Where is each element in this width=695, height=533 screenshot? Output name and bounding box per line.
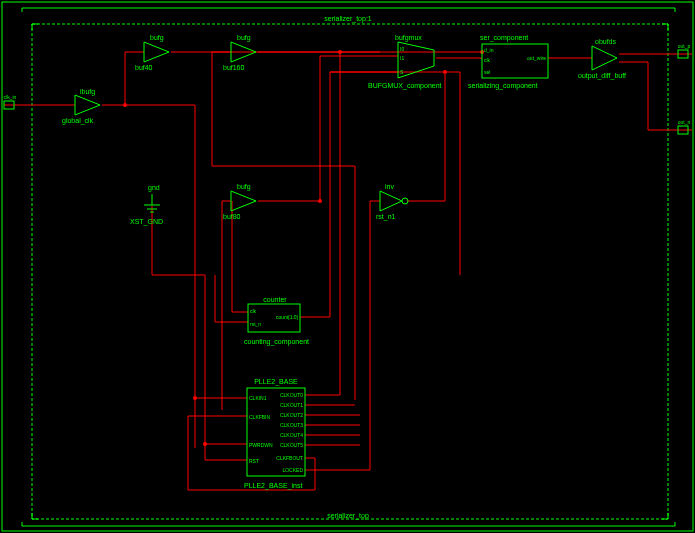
svg-text:out_n: out_n bbox=[678, 119, 691, 125]
obufds-component[interactable]: obufds output_diff_buff bbox=[578, 38, 626, 80]
svg-text:clk: clk bbox=[484, 57, 491, 63]
svg-text:obufds: obufds bbox=[595, 38, 617, 45]
svg-text:rst_n: rst_n bbox=[250, 321, 261, 327]
svg-text:CLKOUT1: CLKOUT1 bbox=[280, 402, 303, 408]
svg-text:inv: inv bbox=[385, 183, 394, 190]
svg-text:CLKOUT2: CLKOUT2 bbox=[280, 412, 303, 418]
svg-text:RST: RST bbox=[249, 458, 259, 464]
svg-text:counting_component: counting_component bbox=[244, 338, 309, 346]
svg-text:sel: sel bbox=[484, 69, 490, 75]
counter-component[interactable]: counter counting_component clk rst_n cou… bbox=[244, 296, 309, 346]
svg-point-50 bbox=[443, 70, 447, 74]
outer-bottom-bracket bbox=[22, 522, 675, 526]
svg-text:counter: counter bbox=[263, 296, 287, 303]
svg-text:output_diff_buff: output_diff_buff bbox=[578, 72, 626, 80]
svg-text:CLKOUT5: CLKOUT5 bbox=[280, 442, 303, 448]
svg-text:BUFGMUX_component: BUFGMUX_component bbox=[368, 82, 442, 90]
svg-text:LOCKED: LOCKED bbox=[282, 467, 303, 473]
svg-text:bufg: bufg bbox=[237, 183, 251, 191]
svg-text:buf80: buf80 bbox=[223, 213, 241, 220]
outer-top-bracket bbox=[22, 8, 675, 12]
svg-text:rst_n1: rst_n1 bbox=[376, 213, 396, 221]
svg-point-30 bbox=[203, 442, 207, 446]
svg-text:global_clk: global_clk bbox=[62, 117, 94, 125]
svg-text:CLKIN1: CLKIN1 bbox=[249, 395, 267, 401]
svg-text:out_wire: out_wire bbox=[527, 55, 546, 61]
svg-text:serializing_component: serializing_component bbox=[468, 82, 538, 90]
gnd-component[interactable]: gnd XST_GND bbox=[130, 184, 163, 226]
svg-text:PLLE2_BASE: PLLE2_BASE bbox=[254, 378, 298, 386]
svg-text:PWRDWN: PWRDWN bbox=[249, 442, 273, 448]
svg-point-6 bbox=[123, 103, 127, 107]
svg-text:CLKFBOUT: CLKFBOUT bbox=[276, 455, 303, 461]
ser-component[interactable]: ser_component serializing_component d_in… bbox=[468, 34, 548, 90]
svg-text:ser_component: ser_component bbox=[480, 34, 528, 42]
module-footer: serializer_top bbox=[327, 512, 369, 520]
svg-text:buf40: buf40 bbox=[135, 64, 153, 71]
svg-text:bufg: bufg bbox=[150, 34, 164, 42]
svg-text:XST_GND: XST_GND bbox=[130, 218, 163, 226]
svg-text:gnd: gnd bbox=[148, 184, 160, 192]
svg-text:bufgmux: bufgmux bbox=[395, 34, 422, 42]
svg-text:clk: clk bbox=[250, 308, 257, 314]
svg-text:CLKOUT4: CLKOUT4 bbox=[280, 432, 303, 438]
svg-text:CLKOUT3: CLKOUT3 bbox=[280, 422, 303, 428]
svg-text:ibufg: ibufg bbox=[80, 88, 95, 96]
svg-text:CLKOUT0: CLKOUT0 bbox=[280, 392, 303, 398]
pll-component[interactable]: PLLE2_BASE PLLE2_BASE_inst CLKIN1 CLKFBI… bbox=[244, 378, 305, 490]
svg-point-23 bbox=[318, 199, 322, 203]
outer-border bbox=[2, 2, 693, 531]
svg-text:out_p: out_p bbox=[678, 43, 691, 49]
svg-text:count[1:0]: count[1:0] bbox=[276, 314, 299, 320]
svg-text:I0: I0 bbox=[400, 46, 404, 52]
bufgmux-component[interactable]: bufgmux BUFGMUX_component I0 I1 S bbox=[368, 34, 442, 90]
inv-component[interactable]: inv rst_n1 bbox=[376, 183, 408, 221]
schematic-canvas: serializer_top:1 serializer_top bbox=[0, 0, 695, 533]
ibufg-component[interactable]: ibufg global_clk bbox=[62, 88, 100, 125]
svg-text:I1: I1 bbox=[400, 55, 404, 61]
svg-text:bufg: bufg bbox=[237, 34, 251, 42]
svg-text:d_in: d_in bbox=[484, 47, 494, 53]
svg-text:CLKFBIN: CLKFBIN bbox=[249, 414, 271, 420]
svg-point-3 bbox=[193, 396, 197, 400]
svg-text:PLLE2_BASE_inst: PLLE2_BASE_inst bbox=[244, 482, 302, 490]
svg-text:buf160: buf160 bbox=[223, 64, 245, 71]
svg-text:clk_in: clk_in bbox=[4, 94, 17, 100]
module-title: serializer_top:1 bbox=[324, 15, 372, 23]
